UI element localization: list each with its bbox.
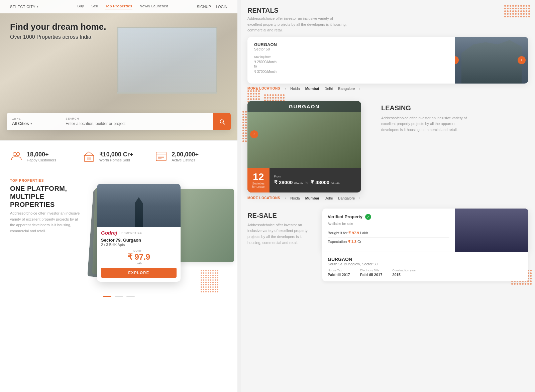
rentals-locations-nav: MORE LOCATIONS ‹ Noida Mumbai Delhi Bang… [247, 86, 528, 91]
prop-price-label: SQRFT [97, 249, 181, 252]
nav-newly-launched[interactable]: Newly Launched [140, 4, 169, 9]
select-city-dropdown[interactable]: SELECT CITY ▾ [10, 5, 39, 9]
verified-check-icon: ✓ [365, 214, 371, 220]
expect-price: ₹ 1.3 [348, 240, 356, 244]
rentals-card: GURGAON Sector 50 Starting from ₹ 28000/… [247, 37, 528, 84]
resale-img-bg [455, 209, 528, 252]
resale-electricity: Electricity Bills Paid till 2017 [360, 269, 383, 277]
rentals-price1-value: ₹ 28000 [254, 60, 266, 64]
area-city-text: All Cities [12, 121, 29, 126]
right-panel: RENTALS Addressofchoice offer investor a… [241, 0, 535, 392]
expect-unit: Cr [357, 240, 361, 244]
leasing-loc-bangalore[interactable]: Bangalore [338, 196, 355, 200]
nav-buy[interactable]: Buy [77, 4, 84, 9]
prop-brand-row: Godrej PROPERTIES [97, 227, 181, 237]
leasing-price1-unit: /Month [294, 182, 303, 185]
leasing-loc-delhi[interactable]: Delhi [324, 196, 333, 200]
leasing-card-wrap: GURGAON ‹ 12 Societies for Lease From ₹ … [247, 101, 374, 192]
search-label: Search [66, 117, 208, 120]
resale-main-card: Verified Property ✓ Available for sale B… [322, 209, 528, 252]
rentals-info: GURGAON Sector 50 Starting from ₹ 28000/… [247, 37, 455, 84]
bought-unit: Lakh [360, 231, 368, 235]
prop-card-image [97, 184, 181, 227]
leasing-prev-button[interactable]: ‹ [250, 130, 258, 138]
rentals-loc-noida[interactable]: Noida [290, 87, 300, 91]
rentals-next-button[interactable]: › [518, 56, 526, 64]
hero-subtitle: Over 1000 Properties across India. [10, 34, 106, 40]
rentals-price1-unit: /Month [266, 60, 277, 64]
search-input[interactable] [66, 121, 208, 126]
leasing-main-card: GURGAON ‹ 12 Societies for Lease From ₹ … [247, 101, 361, 192]
rentals-section: RENTALS Addressofchoice offer investor a… [247, 7, 528, 91]
svg-rect-3 [87, 157, 89, 160]
resale-card-area: Verified Property ✓ Available for sale B… [322, 209, 528, 281]
nav-signup[interactable]: SIGNUP [197, 5, 211, 9]
rentals-prev-loc[interactable]: ‹ [285, 86, 286, 91]
leasing-count: 12 [253, 172, 264, 182]
stat-listings-number: 2,00,000+ [172, 151, 199, 158]
leasing-price2-unit: /Month [331, 182, 339, 185]
verified-text: Verified Property [328, 214, 362, 219]
leasing-locations-nav: MORE LOCATIONS ‹ Noida Mumbai Delhi Bang… [247, 196, 528, 201]
explore-button[interactable]: EXPLORE [101, 268, 177, 278]
nav-top-properties[interactable]: Top Properties [105, 4, 132, 9]
nav-sell[interactable]: Sell [91, 4, 98, 9]
carousel-dot-1[interactable] [103, 296, 111, 297]
leasing-next-loc[interactable]: › [359, 196, 360, 201]
stat-listings-label: Active Listings [172, 158, 199, 162]
nav-login[interactable]: LOGIN [216, 5, 227, 9]
nav-links: Buy Sell Top Properties Newly Launched [49, 4, 197, 9]
select-city-label: SELECT CITY [10, 5, 35, 9]
svg-point-1 [16, 152, 20, 156]
section-desc: Addressofchoice offer investor an inclus… [10, 211, 84, 234]
carousel-dot-2[interactable] [115, 296, 123, 297]
rentals-location: GURGAON [254, 42, 448, 47]
leasing-image: GURGAON ‹ [247, 101, 361, 168]
prop-card-side [174, 189, 234, 262]
rentals-desc: Addressofchoice offer investor an inclus… [247, 16, 348, 33]
area-label: Area [12, 118, 55, 121]
rentals-next-loc[interactable]: › [359, 86, 360, 91]
leasing-desc: Addressofchoice offer investor an inclus… [381, 115, 468, 133]
rentals-loc-delhi[interactable]: Delhi [324, 87, 333, 91]
leasing-prev-loc[interactable]: ‹ [285, 196, 286, 201]
expect-label: Expectation [328, 240, 347, 244]
search-bar: Area All Cities ▾ Search [7, 113, 231, 130]
prop-location: Sector 79, Gurgaon [101, 238, 177, 243]
rentals-to: to [254, 64, 448, 68]
carousel-dot-3[interactable] [126, 296, 135, 297]
leasing-loc-mumbai[interactable]: Mumbai [305, 196, 319, 200]
prop-side-bg [174, 189, 234, 262]
properties-showcase: Godrej PROPERTIES Sector 79, Gurgaon 2 /… [87, 182, 227, 292]
resale-title: RE-SALE [247, 212, 314, 220]
leasing-section: GURGAON ‹ 12 Societies for Lease From ₹ … [247, 101, 528, 192]
leasing-more-locations[interactable]: MORE LOCATIONS [247, 196, 280, 200]
leasing-price2: ₹ 48000 /Month [311, 179, 339, 185]
resale-section: RE-SALE Addressofchoice offer investor a… [247, 209, 528, 281]
dot-grid-br: (() => { const container = document.quer… [201, 270, 227, 292]
house-tax-label: House Tax [328, 269, 350, 272]
dot-grid-tr [504, 5, 530, 17]
resale-info: RE-SALE Addressofchoice offer investor a… [247, 209, 314, 281]
stat-customers-label: Happy Customers [27, 158, 56, 162]
resale-image [455, 209, 528, 252]
leasing-loc-noida[interactable]: Noida [290, 196, 300, 200]
left-panel: SELECT CITY ▾ Buy Sell Top Properties Ne… [0, 0, 237, 392]
house-tax-value: Paid till 2017 [328, 273, 350, 277]
prop-card-main: Godrej PROPERTIES Sector 79, Gurgaon 2 /… [97, 184, 181, 282]
leasing-bottom-bar: 12 Societies for Lease From ₹ 28000 /Mon… [247, 168, 361, 192]
rentals-header: RENTALS Addressofchoice offer investor a… [247, 7, 528, 33]
svg-rect-4 [89, 157, 91, 160]
leasing-title: LEASING [381, 104, 528, 112]
resale-address: South St. Bungalow, Sector 50 [328, 262, 523, 266]
prop-price-section: SQRFT ₹ 97.9 Lakh [97, 249, 181, 265]
hero-section: SELECT CITY ▾ Buy Sell Top Properties Ne… [0, 0, 237, 140]
search-area-dropdown[interactable]: Area All Cities ▾ [7, 114, 60, 129]
rentals-more-locations[interactable]: MORE LOCATIONS [247, 87, 280, 90]
rentals-starting: Starting from [254, 55, 448, 58]
search-button[interactable] [213, 113, 231, 130]
rentals-loc-bangalore[interactable]: Bangalore [338, 87, 355, 91]
carousel-dots [10, 292, 227, 300]
rentals-loc-mumbai[interactable]: Mumbai [305, 87, 319, 91]
stat-homes-label: Worth Homes Sold [99, 158, 133, 162]
